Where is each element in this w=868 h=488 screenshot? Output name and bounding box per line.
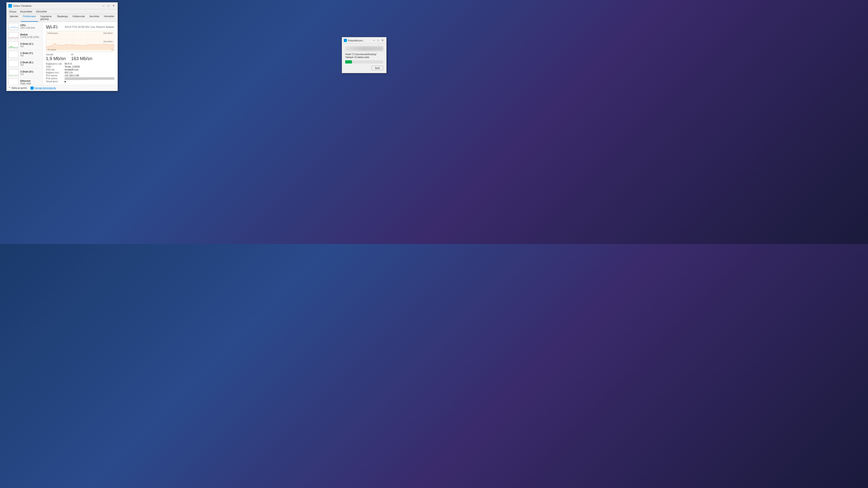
recv-stat: Al 163 Mb/sn [71,53,92,61]
dialog-content: Hedef 'C:\Users\burak\Desktop' Yaklaşık … [342,43,386,73]
disk3-info: 3 Diski (D:) %2 [20,70,41,75]
sidebar-item-ethernet[interactable]: Ethernet Bağlı değil [6,77,42,85]
dialog-blurred-progress [345,46,383,51]
tab-islemler[interactable]: İşlemler [7,14,21,22]
dialog-close-button[interactable]: ✕ [380,39,384,42]
disk3-label: 3 Diski (D:) [20,70,41,73]
sidebar: CPU 13% 4,69 GHz Bellek 4,3/31,9 GB (13%… [6,22,43,85]
performance-chart: Performans 500 Mb/sn 200 Mb/sn 60 saniye… [46,31,114,52]
ethernet-info: Ethernet Bağlı değil [20,79,41,85]
dialog-title: Kopyalanıyor... [348,39,372,42]
main-panel: Wi-Fi ASUS PCE-AC88 802.11ac Network Ada… [43,22,118,85]
disk1-thumbnail [8,51,19,58]
info-key-0: Bağdaştırıcı adı: [46,63,62,65]
info-val-5: ██████████████ [65,77,114,80]
disk0-thumbnail [8,41,19,48]
chart-svg [46,31,114,52]
disk1-sub: %0 [20,55,41,57]
info-key-4: IPv4 adresi: [46,74,62,77]
mem-sub: 4,3/31,9 GB (13%) [20,36,41,38]
sidebar-item-disk0[interactable]: 0 Diski (C:) %2 [6,40,42,50]
expand-label[interactable]: Daha az ayrıntı [11,87,27,89]
disk1-label: 1 Diski (Y:) [20,52,41,55]
ethernet-sub: Bağlı değil [20,82,41,85]
close-button[interactable]: ✕ [111,4,116,8]
recv-label: Al [71,53,92,56]
svg-rect-2 [8,51,18,57]
dialog-time-remaining: Yaklaşık 18 dakika kaldı [345,56,383,59]
svg-rect-5 [8,79,18,85]
resource-monitor-icon [31,87,34,90]
window-title: Görev Yöneticisi [13,4,101,7]
disk3-thumbnail [8,69,19,76]
svg-marker-21 [46,43,114,50]
stats-bar: Gönder 1,9 Mb/sn Al 163 Mb/sn [46,53,114,61]
info-key-5: IPv6 adresi: [46,77,62,80]
svg-rect-3 [8,60,18,67]
dialog-minimize-button[interactable]: ─ [372,39,376,42]
panel-header: Wi-Fi ASUS PCE-AC88 802.11ac Network Ada… [46,24,114,30]
cancel-button[interactable]: İptal [372,66,383,70]
app-icon [8,4,12,8]
info-grid: Bağdaştırıcı adı: Wi-Fi 6 SSID: Tenda_11… [46,63,114,83]
minimize-button[interactable]: ─ [101,4,106,8]
maximize-button[interactable]: □ [106,4,111,8]
disk1-info: 1 Diski (Y:) %0 [20,52,41,57]
disk2-info: 2 Diski (E:) %0 [20,61,41,66]
dialog-destination: Hedef 'C:\Users\burak\Desktop' [345,53,383,56]
task-manager-window: Görev Yöneticisi ─ □ ✕ Dosya Seçenekler … [6,2,118,91]
resource-monitor-link[interactable]: Kaynak İzleyicisini Aç [35,87,56,89]
menu-goruntule[interactable]: Görüntüle [34,10,49,13]
disk0-label: 0 Diski (C:) [20,42,41,45]
info-val-1: Tenda_115E90 [65,66,114,68]
info-key-3: Bağlantı türü: [46,71,62,74]
tab-bar: İşlemler Performans Uygulama geçmişi Baş… [6,14,118,22]
menu-secenekler[interactable]: Seçenekler [18,10,34,13]
dialog-window-controls: ─ □ ✕ [372,39,384,42]
panel-device: ASUS PCE-AC88 802.11ac Network Adapter [65,26,114,28]
ethernet-label: Ethernet [20,79,41,82]
sidebar-item-disk1[interactable]: 1 Diski (Y:) %0 [6,50,42,59]
mem-info: Bellek 4,3/31,9 GB (13%) [20,33,41,38]
sidebar-item-disk2[interactable]: 2 Diski (E:) %0 [6,59,42,68]
tab-kullanicilar[interactable]: Kullanıcılar [70,14,87,22]
sidebar-item-bellek[interactable]: Bellek 4,3/31,9 GB (13%) [6,31,42,40]
ethernet-thumbnail [8,78,19,85]
tab-hizmetler[interactable]: Hizmetler [102,14,117,22]
progress-bar-container [345,60,383,64]
tab-performans[interactable]: Performans [21,14,38,22]
expand-button[interactable]: ⌃ Daha az ayrıntı [8,87,27,90]
cpu-label: CPU [20,24,41,27]
info-key-6: Sinyal gücü: [46,80,62,83]
send-label: Gönder [46,53,66,56]
window-controls: ─ □ ✕ [101,4,116,8]
menu-bar: Dosya Seçenekler Görüntüle [6,9,118,14]
mem-label: Bellek [20,33,41,36]
copy-dialog: Kopyalanıyor... ─ □ ✕ Hedef 'C:\Users\bu… [342,37,386,73]
dialog-maximize-button[interactable]: □ [376,39,380,42]
panel-title: Wi-Fi [46,24,57,30]
title-bar: Görev Yöneticisi ─ □ ✕ [6,2,118,9]
sidebar-item-cpu[interactable]: CPU 13% 4,69 GHz [6,22,42,31]
tab-ayrintilar[interactable]: Ayrıntılar [87,14,102,22]
info-val-4: 192.168.0.189 [65,74,114,77]
cpu-sub: 13% 4,69 GHz [20,27,41,29]
disk0-info: 0 Diski (C:) %2 [20,42,41,48]
info-val-6: ▶ [65,80,114,83]
disk0-sub: %2 [20,45,41,48]
info-val-2: tendawifi.com [65,68,114,71]
cpu-info: CPU 13% 4,69 GHz [20,24,41,29]
menu-dosya[interactable]: Dosya [7,10,18,13]
tab-baslangic[interactable]: Başlangıç [55,14,70,22]
send-stat: Gönder 1,9 Mb/sn [46,53,66,61]
progress-bar-fill [345,60,352,64]
cpu-thumbnail [8,23,19,30]
info-val-0: Wi-Fi 6 [65,63,114,65]
info-val-3: 802.11n [65,71,114,74]
bottom-bar: ⌃ Daha az ayrıntı Kaynak İzleyicisini Aç [6,85,118,91]
dialog-title-bar: Kopyalanıyor... ─ □ ✕ [342,37,386,43]
tab-uygulama[interactable]: Uygulama geçmişi [38,14,55,22]
dialog-buttons: İptal [345,66,383,70]
main-content: CPU 13% 4,69 GHz Bellek 4,3/31,9 GB (13%… [6,22,118,85]
sidebar-item-disk3[interactable]: 3 Diski (D:) %2 [6,68,42,77]
